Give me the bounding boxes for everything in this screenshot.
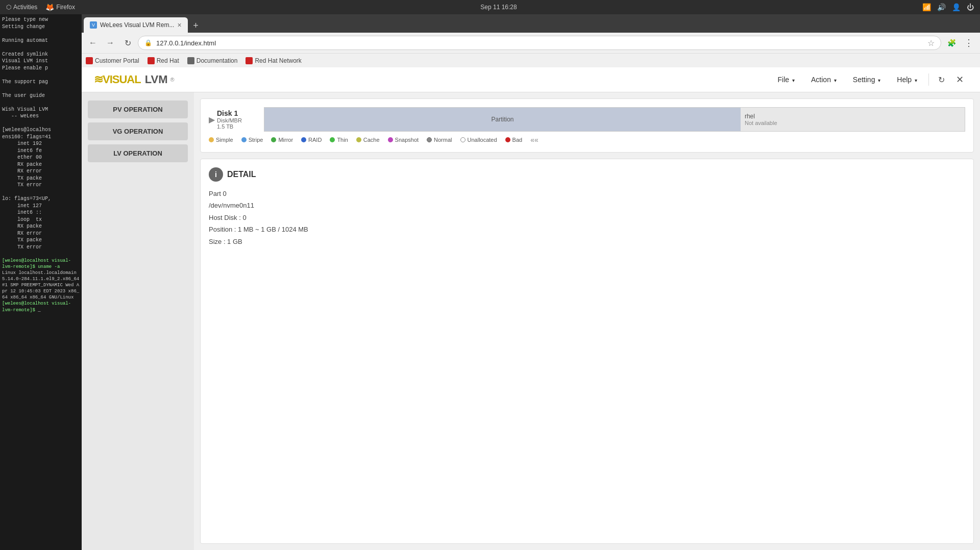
tab-title: WeLees Visual LVM Rem... xyxy=(100,21,174,29)
terminal-line xyxy=(2,30,80,37)
detail-field-2: Host Disk : 0 xyxy=(209,212,965,223)
os-datetime: Sep 11 16:28 xyxy=(480,4,517,11)
terminal-line: loop tx xyxy=(2,216,80,223)
browser-tab-active[interactable]: V WeLees Visual LVM Rem... × xyxy=(84,17,188,33)
detail-info-icon: i xyxy=(209,167,223,182)
terminal-prompt-line[interactable]: [welees@localhost visual-lvm-remote]$ un… xyxy=(2,258,80,270)
terminal-line xyxy=(2,44,80,51)
bookmark-star-button[interactable]: ☆ xyxy=(927,38,935,48)
terminal-line xyxy=(2,99,80,106)
terminal-line: RX error xyxy=(2,230,80,237)
setting-menu-button[interactable]: Setting ▾ xyxy=(846,72,888,87)
detail-field-1: /dev/nvme0n11 xyxy=(209,199,965,211)
disk-bar[interactable]: Partition rhel Not available xyxy=(264,107,965,132)
terminal-line: Please type new xyxy=(2,16,80,23)
os-topbar-left: ⬡ Activities 🦊 Firefox xyxy=(6,3,75,11)
bookmark-redhat-network[interactable]: Red Hat Network xyxy=(246,57,301,64)
forward-button[interactable]: → xyxy=(103,36,117,50)
terminal-line xyxy=(2,189,80,196)
tab-favicon: V xyxy=(90,21,97,29)
address-bar-actions: ☆ xyxy=(927,38,935,48)
lv-operation-button[interactable]: LV OPERATION xyxy=(88,144,188,162)
legend-normal: Normal xyxy=(427,137,452,143)
disk-segment-partition[interactable]: Partition xyxy=(264,108,741,131)
url-text: 127.0.0.1/index.html xyxy=(156,39,216,47)
setting-menu-arrow: ▾ xyxy=(878,78,880,83)
terminal-line: TX error xyxy=(2,182,80,189)
reload-button[interactable]: ↻ xyxy=(120,36,135,50)
back-button[interactable]: ← xyxy=(86,36,100,50)
bookmark-label-3: Documentation xyxy=(197,57,238,64)
detail-header: i DETAIL xyxy=(209,167,965,182)
browser-chrome: V WeLees Visual LVM Rem... × + ← → ↻ 🔒 1… xyxy=(82,14,980,67)
disk-panel: ▶ Disk 1 Disk/MBR 1.5 TB Partition xyxy=(200,98,974,153)
legend-unallocated: Unallocated xyxy=(460,137,497,143)
bookmark-icon-3 xyxy=(187,57,194,64)
legend-dot-cache xyxy=(356,137,361,142)
disk-expand-icon[interactable]: ▶ xyxy=(209,115,215,124)
terminal-line: Created symlink xyxy=(2,51,80,58)
terminal-panel: Please type new Setting change Running a… xyxy=(0,14,82,550)
terminal-line: inet 192 xyxy=(2,140,80,147)
new-tab-button[interactable]: + xyxy=(189,18,203,33)
terminal-line: ether 00 xyxy=(2,154,80,161)
app-nav: File ▾ Action ▾ Setting ▾ Help ▾ ↻ ✕ xyxy=(771,71,968,88)
legend-dot-bad xyxy=(505,137,510,142)
nav-divider xyxy=(928,73,929,86)
user-icon: 👤 xyxy=(952,3,961,11)
browser-tabs: V WeLees Visual LVM Rem... × + xyxy=(82,14,980,33)
browser-window: V WeLees Visual LVM Rem... × + ← → ↻ 🔒 1… xyxy=(82,14,980,550)
bookmark-documentation[interactable]: Documentation xyxy=(187,57,238,64)
legend-raid: RAID xyxy=(301,137,322,143)
terminal-prompt-line[interactable]: [welees@localhost visual-lvm-remote]$ _ xyxy=(2,301,80,313)
file-menu-button[interactable]: File ▾ xyxy=(771,72,802,87)
legend-dot-mirror xyxy=(271,137,276,142)
close-app-button[interactable]: ✕ xyxy=(951,71,968,88)
app-logo: ≋VISUAL LVM ® xyxy=(94,73,175,86)
terminal-line: Visual LVM inst xyxy=(2,58,80,65)
terminal-output: Linux localhost.localdomain 5.14.0-284.1… xyxy=(2,270,80,301)
help-menu-button[interactable]: Help ▾ xyxy=(890,72,924,87)
pv-operation-button[interactable]: PV OPERATION xyxy=(88,101,188,118)
detail-content: Part 0 /dev/nvme0n11 Host Disk : 0 Posit… xyxy=(209,188,965,247)
legend-more-button[interactable]: «« xyxy=(530,136,538,144)
terminal-line: inet 127 xyxy=(2,203,80,210)
legend-simple: Simple xyxy=(209,137,233,143)
activities-btn[interactable]: ⬡ Activities xyxy=(6,4,37,11)
terminal-line: lo: flags=73<UP, xyxy=(2,195,80,203)
extensions-button[interactable]: 🧩 xyxy=(944,36,959,50)
more-menu-button[interactable]: ⋮ xyxy=(962,36,976,50)
vg-operation-button[interactable]: VG OPERATION xyxy=(88,122,188,140)
terminal-line: -- weLees xyxy=(2,113,80,120)
main-area: ▶ Disk 1 Disk/MBR 1.5 TB Partition xyxy=(194,92,980,550)
action-menu-button[interactable]: Action ▾ xyxy=(804,72,844,87)
bookmark-icon-2 xyxy=(148,57,155,64)
terminal-line xyxy=(2,71,80,79)
tab-close-button[interactable]: × xyxy=(177,21,181,29)
terminal-line: TX error xyxy=(2,244,80,251)
detail-panel: i DETAIL Part 0 /dev/nvme0n11 Host Disk … xyxy=(200,159,974,544)
detail-field-0: Part 0 xyxy=(209,188,965,199)
terminal-line: TX packe xyxy=(2,175,80,182)
main-layout: PV OPERATION VG OPERATION LV OPERATION ▶… xyxy=(82,92,980,550)
disk-row: ▶ Disk 1 Disk/MBR 1.5 TB Partition xyxy=(209,107,965,132)
bookmark-customer-portal[interactable]: Customer Portal xyxy=(86,57,139,64)
refresh-button[interactable]: ↻ xyxy=(933,71,949,88)
firefox-icon: 🦊 xyxy=(45,3,54,11)
legend-thin: Thin xyxy=(330,137,348,143)
address-bar[interactable]: 🔒 127.0.0.1/index.html ☆ xyxy=(138,36,941,50)
legend-snapshot: Snapshot xyxy=(388,137,419,143)
bookmark-redhat[interactable]: Red Hat xyxy=(148,57,179,64)
terminal-line: inet6 fe xyxy=(2,147,80,155)
legend-stripe: Stripe xyxy=(241,137,263,143)
disk-type: Disk/MBR xyxy=(217,117,242,123)
legend-cache: Cache xyxy=(356,137,380,143)
bookmark-label-4: Red Hat Network xyxy=(255,57,301,64)
logo-lvm: LVM xyxy=(145,73,168,86)
os-topbar: ⬡ Activities 🦊 Firefox Sep 11 16:28 📶 🔊 … xyxy=(0,0,980,14)
firefox-btn[interactable]: 🦊 Firefox xyxy=(45,3,75,11)
rhel-sublabel: Not available xyxy=(745,120,777,126)
disk-segment-rhel[interactable]: rhel Not available xyxy=(741,108,965,131)
bookmark-icon-4 xyxy=(246,57,253,64)
help-menu-arrow: ▾ xyxy=(915,78,917,83)
